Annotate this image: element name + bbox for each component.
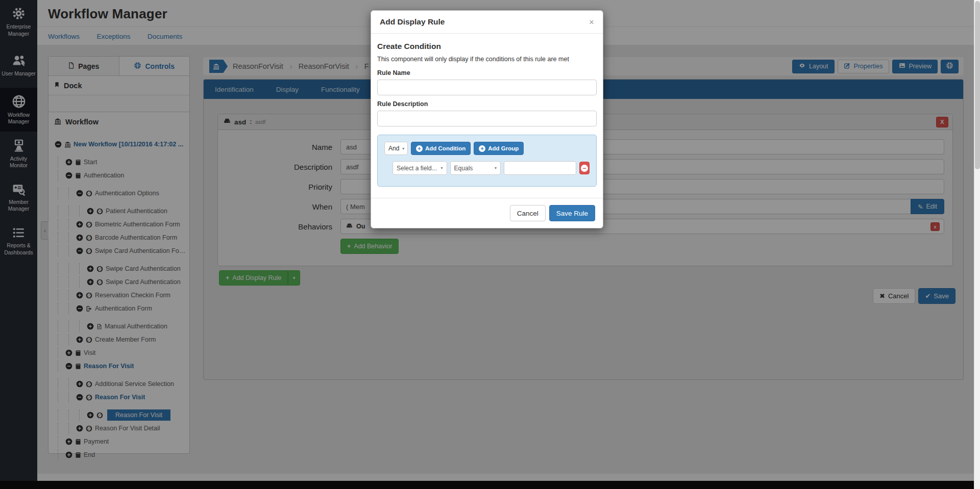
- workflow-manager-app: Enterprise Manager User Manager Workflow…: [0, 0, 980, 489]
- plus-circle-icon: +: [416, 145, 423, 152]
- add-condition-label: Add Condition: [425, 145, 465, 151]
- modal-body: Create Condition This component will onl…: [371, 34, 603, 198]
- field-select-value: Select a field...: [397, 165, 437, 172]
- add-group-label: Add Group: [488, 145, 519, 151]
- plus-circle-icon: +: [479, 145, 485, 152]
- create-condition-heading: Create Condition: [377, 42, 597, 51]
- add-display-rule-modal: Add Display Rule × Create Condition This…: [371, 10, 603, 228]
- modal-save-rule-button[interactable]: Save Rule: [549, 205, 595, 221]
- scrollbar-thumb[interactable]: [975, 1, 980, 169]
- condition-value-input[interactable]: [504, 161, 576, 175]
- add-group-button[interactable]: + Add Group: [474, 142, 524, 155]
- operator-select[interactable]: And ▾: [384, 142, 408, 155]
- modal-footer: Cancel Save Rule: [371, 198, 603, 228]
- modal-title: Add Display Rule: [380, 17, 445, 27]
- comparator-select[interactable]: Equals ▾: [450, 161, 501, 175]
- rule-description-input[interactable]: [377, 111, 597, 126]
- minus-circle-icon: −: [581, 165, 588, 172]
- rule-description-label: Rule Description: [377, 100, 597, 108]
- chevron-down-icon: ▾: [492, 166, 497, 170]
- close-icon[interactable]: ×: [589, 18, 594, 27]
- modal-header: Add Display Rule ×: [371, 11, 603, 34]
- add-condition-button[interactable]: + Add Condition: [411, 142, 471, 155]
- condition-group-toolbar: And ▾ + Add Condition + Add Group: [384, 142, 590, 155]
- chevron-down-icon: ▾: [438, 166, 443, 170]
- chevron-down-icon: ▾: [399, 146, 404, 151]
- page-scrollbar[interactable]: [974, 0, 980, 489]
- condition-row: Select a field... ▾ Equals ▾ −: [393, 161, 590, 175]
- modal-cancel-button[interactable]: Cancel: [510, 205, 546, 221]
- remove-condition-button[interactable]: −: [579, 162, 590, 174]
- rule-name-input[interactable]: [377, 80, 597, 95]
- comparator-select-value: Equals: [454, 165, 473, 172]
- rule-name-label: Rule Name: [377, 69, 597, 76]
- condition-description: This component will only display if the …: [377, 56, 597, 63]
- field-select[interactable]: Select a field... ▾: [393, 161, 447, 175]
- condition-group: And ▾ + Add Condition + Add Group Select…: [377, 135, 597, 187]
- operator-value: And: [388, 145, 399, 152]
